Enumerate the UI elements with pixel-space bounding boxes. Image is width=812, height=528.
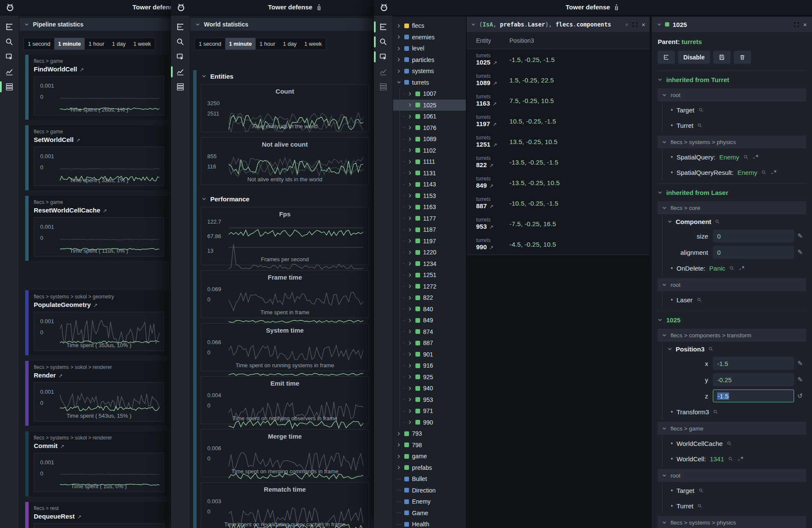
collapse-icon[interactable] — [195, 22, 200, 27]
table-row[interactable]: turrets1025↗-1.5, -0.25, -1.5 — [467, 49, 650, 70]
component-group-flecs-game[interactable]: flecs > game — [658, 422, 806, 435]
tree-expand-icon[interactable] — [408, 329, 412, 334]
external-link-icon[interactable]: ↗ — [489, 245, 494, 251]
close-panel-icon[interactable]: × — [803, 21, 807, 28]
tree-expand-icon[interactable] — [408, 193, 412, 198]
component-value-link[interactable]: 1341 — [710, 455, 724, 463]
pencil-icon[interactable]: ✎ — [794, 376, 806, 383]
search-icon[interactable] — [727, 441, 732, 446]
tree-expand-icon[interactable] — [408, 171, 412, 175]
external-link-icon[interactable]: ↗ — [103, 208, 107, 214]
regex-filter-icon[interactable]: .* — [737, 456, 743, 462]
tree-item-1220[interactable]: 1220 — [393, 247, 466, 258]
tree-expand-icon[interactable] — [408, 409, 412, 413]
tree-item-887[interactable]: 887 — [393, 337, 466, 349]
tab-1-week[interactable]: 1 week — [300, 38, 326, 50]
tree-expand-icon[interactable] — [408, 250, 412, 255]
tree-expand-icon[interactable] — [408, 284, 412, 289]
trash-button[interactable] — [734, 51, 751, 64]
tab-1-week[interactable]: 1 week — [129, 38, 155, 50]
system-name[interactable]: Render↗ — [34, 372, 164, 379]
tree-item-level[interactable]: level — [393, 43, 466, 54]
external-link-icon[interactable]: ↗ — [489, 224, 494, 230]
tree-icon[interactable] — [5, 22, 14, 32]
tree-expand-icon[interactable] — [397, 35, 401, 39]
pencil-icon[interactable]: ✎ — [794, 232, 806, 240]
pencil-icon[interactable]: ✎ — [794, 248, 806, 256]
tree-item-1007[interactable]: 1007 — [393, 88, 466, 100]
tree-expand-icon[interactable] — [408, 148, 412, 153]
tree-item-990[interactable]: 990 — [393, 417, 466, 428]
tree-expand-icon[interactable] — [408, 420, 412, 425]
collapse-icon[interactable] — [202, 74, 206, 79]
component-value-link[interactable]: Enemy — [719, 153, 739, 161]
search-icon[interactable] — [697, 123, 703, 128]
tree-expand-icon[interactable] — [408, 239, 412, 243]
disable-button[interactable]: Disable — [678, 51, 710, 64]
chart-icon[interactable] — [379, 67, 388, 77]
inspect-icon[interactable] — [176, 52, 185, 62]
tree-expand-icon[interactable] — [408, 341, 412, 345]
tree-item-Health[interactable]: Health — [393, 519, 466, 528]
parent-value-link[interactable]: turrets — [682, 38, 702, 45]
search-icon[interactable] — [5, 37, 14, 47]
tree-expand-icon[interactable] — [397, 57, 401, 62]
tree-expand-icon[interactable] — [397, 431, 401, 436]
collapse-icon[interactable] — [662, 140, 667, 145]
component-group-root[interactable]: root — [658, 469, 806, 482]
external-link-icon[interactable]: ↗ — [59, 373, 63, 379]
component-item-ondelete-[interactable]: OnDelete:Panic.* — [662, 260, 806, 276]
tree-expand-icon[interactable] — [408, 227, 412, 232]
tree-item-1143[interactable]: 1143 — [393, 179, 466, 190]
tree-expand-icon[interactable] — [408, 91, 412, 96]
field-input-z[interactable]: -1.5 — [713, 389, 794, 402]
save-button[interactable] — [713, 51, 730, 64]
component-item-target[interactable]: Target — [662, 102, 806, 118]
tree-expand-icon[interactable] — [408, 261, 412, 266]
tree-item-1177[interactable]: 1177 — [393, 213, 466, 224]
tree-item-enemies[interactable]: enemies — [393, 32, 466, 43]
collapse-icon[interactable] — [662, 206, 667, 210]
tree-icon[interactable] — [176, 22, 185, 32]
section-entities[interactable]: Entities — [201, 68, 369, 84]
tree-expand-icon[interactable] — [397, 24, 401, 28]
regex-filter-icon[interactable]: .* — [738, 265, 744, 271]
external-link-icon[interactable]: ↗ — [493, 101, 497, 107]
table-row[interactable]: turrets1089↗1.5, -0.25, 22.5 — [467, 70, 650, 90]
tree-item-1111[interactable]: 1111 — [393, 156, 466, 168]
tree-item-Direction[interactable]: Direction — [393, 485, 466, 496]
component-item-target[interactable]: Target — [662, 483, 806, 498]
field-input-x[interactable]: -1.5 — [713, 357, 794, 370]
inspect-icon[interactable] — [379, 52, 388, 62]
system-name[interactable]: DequeueRest↗ — [34, 513, 164, 520]
pipeline-statistics-header[interactable]: Pipeline statistics — [19, 18, 171, 31]
component-value-link[interactable]: Panic — [709, 265, 726, 272]
search-icon[interactable] — [761, 170, 767, 175]
tree-expand-icon[interactable] — [408, 318, 412, 323]
tree-item-798[interactable]: 798 — [393, 440, 466, 451]
collapse-icon[interactable] — [202, 197, 206, 201]
component-group-flecs-systems-physics[interactable]: flecs > systems > physics — [658, 136, 806, 148]
pencil-icon[interactable]: ✎ — [794, 360, 806, 367]
system-name[interactable]: ResetWorldCellCache↗ — [34, 206, 164, 214]
collapse-icon[interactable] — [662, 93, 667, 97]
field-input-alignment[interactable]: 0 — [713, 246, 794, 259]
tree-item-1163[interactable]: 1163 — [393, 201, 466, 213]
system-name[interactable]: Commit↗ — [34, 442, 164, 449]
tree-expand-icon[interactable] — [397, 465, 401, 470]
table-row[interactable]: turrets1163↗7.5, -0.25, 10.5 — [467, 90, 650, 111]
collapse-icon[interactable] — [658, 318, 662, 322]
tree-item-901[interactable]: 901 — [393, 349, 466, 360]
component-item-turret[interactable]: Turret — [662, 118, 806, 133]
tree-item-particles[interactable]: particles — [393, 54, 466, 66]
tree-item-793[interactable]: 793 — [393, 428, 466, 440]
tree-item-1061[interactable]: 1061 — [393, 111, 466, 122]
external-link-icon[interactable]: ↗ — [489, 204, 494, 209]
system-name[interactable]: SetWorldCell↗ — [34, 136, 164, 143]
table-row[interactable]: turrets887↗-10.5, -0.25, -1.5 — [467, 193, 650, 213]
component-item-spatialqueryresult-[interactable]: SpatialQueryResult:Enemy.* — [662, 165, 806, 180]
collapse-icon[interactable] — [657, 22, 662, 27]
external-link-icon[interactable]: ↗ — [76, 137, 80, 143]
tree-expand-icon[interactable] — [408, 216, 412, 221]
tab-1-second[interactable]: 1 second — [195, 38, 225, 50]
